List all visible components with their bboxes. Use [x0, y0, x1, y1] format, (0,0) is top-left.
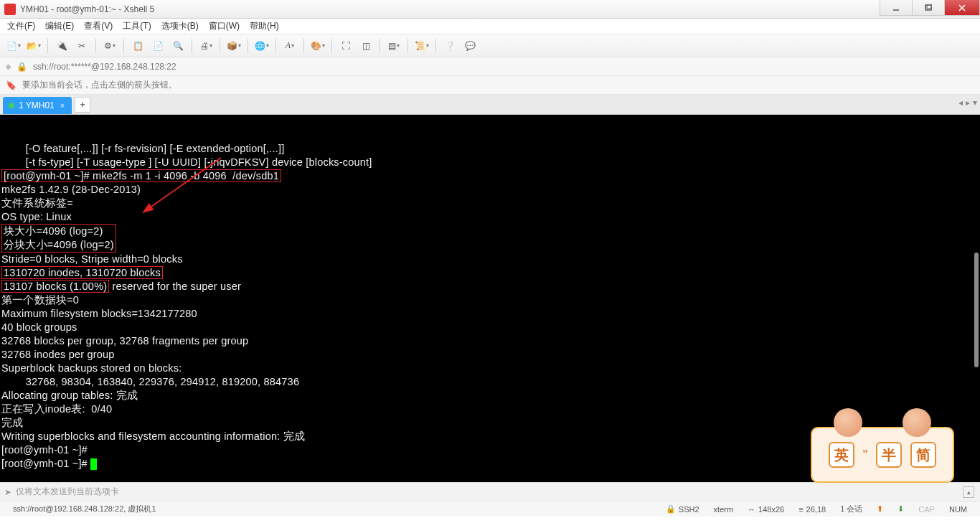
- transparent-button[interactable]: ◫: [358, 38, 374, 54]
- app-icon: [4, 4, 16, 15]
- title-bar: YMH01 - root@ymh-01:~ - Xshell 5: [0, 0, 980, 19]
- address-bar-row: ⎆ 🔒 ssh://root:******@192.168.248.128:22: [0, 57, 980, 76]
- copy-button[interactable]: 📋: [130, 38, 146, 54]
- tab-next-icon[interactable]: ▸: [966, 98, 970, 108]
- status-size: ↔148x26: [740, 505, 791, 514]
- disconnect-button[interactable]: ✂: [74, 38, 90, 54]
- status-bar: ssh://root@192.168.248.128:22, 虚拟机1 🔒SSH…: [0, 501, 980, 517]
- status-pos: ≡26,18: [791, 505, 833, 514]
- ime-lang[interactable]: 英: [829, 442, 854, 468]
- transfer-button[interactable]: 📦: [226, 38, 242, 54]
- session-tab[interactable]: 1 YMH01 ×: [3, 97, 72, 114]
- menu-window[interactable]: 窗口(W): [209, 20, 240, 32]
- properties-button[interactable]: ⚙: [102, 38, 118, 54]
- ime-widget[interactable]: 英 " 半 简: [811, 427, 954, 483]
- send-toggle-icon[interactable]: ▴: [963, 486, 974, 498]
- tab-label: 1 YMH01: [19, 100, 55, 110]
- address-text[interactable]: ssh://root:******@192.168.248.128:22: [33, 62, 176, 72]
- ime-width[interactable]: 半: [876, 442, 902, 468]
- status-dot-icon: [9, 103, 14, 108]
- layout-button[interactable]: ▤: [386, 38, 402, 54]
- feedback-button[interactable]: 💬: [462, 38, 478, 54]
- hint-bar: 🔖 要添加当前会话，点击左侧的箭头按钮。: [0, 76, 980, 95]
- addr-prefix-icon: ⎆: [6, 62, 11, 72]
- menu-view[interactable]: 查看(V): [84, 20, 113, 32]
- toolbar: 📄 📂 🔌 ✂ ⚙ 📋 📄 🔍 🖨 📦 🌐 A 🎨 ⛶ ◫ ▤ 📜 ❔ 💬: [0, 34, 980, 57]
- help-button[interactable]: ❔: [442, 38, 458, 54]
- status-term: xterm: [707, 505, 741, 514]
- maximize-button[interactable]: [912, 0, 945, 16]
- send-placeholder[interactable]: 仅将文本发送到当前选项卡: [16, 486, 119, 498]
- menu-file[interactable]: 文件(F): [7, 20, 35, 32]
- tab-bar: 1 YMH01 × + ◂ ▸ ▾: [0, 95, 980, 115]
- tab-prev-icon[interactable]: ◂: [958, 98, 963, 108]
- menu-help[interactable]: 帮助(H): [250, 20, 279, 32]
- new-session-button[interactable]: 📄: [6, 38, 22, 54]
- script-button[interactable]: 📜: [414, 38, 430, 54]
- status-sessions: 1 会话: [833, 504, 870, 514]
- paste-button[interactable]: 📄: [150, 38, 166, 54]
- cursor-icon: ≡: [798, 505, 803, 514]
- resize-icon: ↔: [748, 505, 755, 514]
- ime-sep: ": [863, 448, 867, 463]
- fullscreen-button[interactable]: ⛶: [338, 38, 354, 54]
- lock-icon: 🔒: [666, 504, 676, 514]
- status-up-icon[interactable]: ⬆: [870, 504, 890, 514]
- find-button[interactable]: 🔍: [170, 38, 186, 54]
- svg-rect-1: [925, 5, 931, 10]
- window-controls: [880, 0, 980, 16]
- encoding-button[interactable]: 🌐: [254, 38, 270, 54]
- tab-menu-icon[interactable]: ▾: [973, 98, 977, 108]
- status-connection: ssh://root@192.168.248.128:22, 虚拟机1: [6, 504, 164, 514]
- window-title: YMH01 - root@ymh-01:~ - Xshell 5: [20, 4, 154, 14]
- status-down-icon[interactable]: ⬇: [890, 504, 911, 514]
- menu-tools[interactable]: 工具(T): [123, 20, 151, 32]
- new-tab-button[interactable]: +: [75, 97, 90, 113]
- status-cap: CAP: [911, 505, 942, 514]
- ime-trad[interactable]: 简: [910, 442, 936, 468]
- close-button[interactable]: [944, 0, 980, 16]
- colorscheme-button[interactable]: 🎨: [310, 38, 326, 54]
- add-session-icon[interactable]: 🔖: [6, 80, 17, 90]
- scrollbar-thumb[interactable]: [974, 253, 979, 367]
- font-button[interactable]: A: [282, 38, 298, 54]
- print-button[interactable]: 🖨: [198, 38, 214, 54]
- status-num: NUM: [942, 505, 974, 514]
- tab-close-icon[interactable]: ×: [60, 101, 65, 110]
- lock-icon: 🔒: [17, 62, 27, 72]
- open-session-button[interactable]: 📂: [26, 38, 42, 54]
- status-ssh: 🔒SSH2: [659, 504, 707, 514]
- reconnect-button[interactable]: 🔌: [54, 38, 70, 54]
- send-bar: ➤ 仅将文本发送到当前选项卡 ▴: [0, 482, 980, 501]
- menu-tabs[interactable]: 选项卡(B): [161, 20, 199, 32]
- menu-edit[interactable]: 编辑(E): [45, 20, 74, 32]
- hint-text: 要添加当前会话，点击左侧的箭头按钮。: [22, 79, 177, 91]
- send-mode-icon[interactable]: ➤: [4, 487, 11, 497]
- minimize-button[interactable]: [880, 0, 913, 16]
- menu-bar: 文件(F) 编辑(E) 查看(V) 工具(T) 选项卡(B) 窗口(W) 帮助(…: [0, 19, 980, 34]
